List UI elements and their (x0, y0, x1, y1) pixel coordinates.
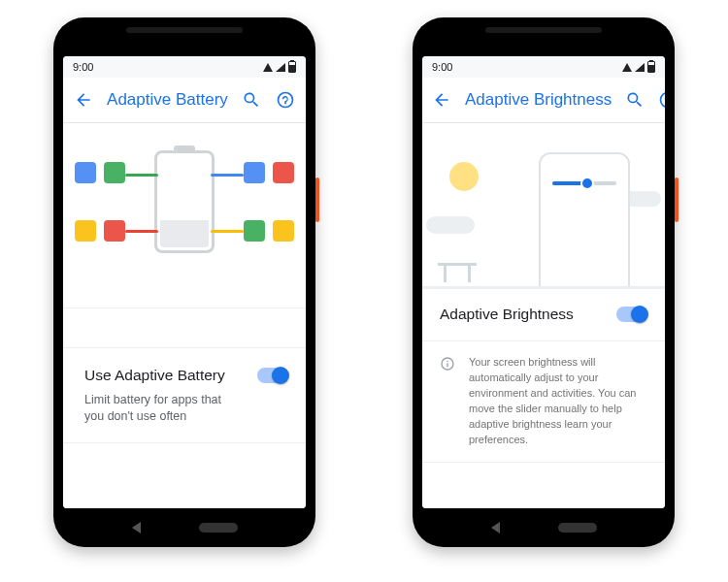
info-icon (440, 356, 455, 372)
app-tile (244, 220, 265, 242)
app-tile (273, 162, 294, 183)
page-title: Adaptive Brightness (465, 90, 612, 110)
search-icon (625, 90, 645, 110)
search-icon (242, 90, 261, 110)
status-indicators (263, 61, 296, 73)
device-frame-left: 9:00 Adaptive Battery (53, 17, 315, 547)
arrow-left-icon (74, 90, 93, 110)
nav-back-button[interactable] (491, 522, 500, 534)
nav-home-pill[interactable] (558, 523, 597, 533)
help-button[interactable] (658, 88, 665, 112)
app-tile (75, 162, 96, 183)
status-indicators (622, 61, 655, 73)
app-tile (75, 220, 96, 242)
status-bar: 9:00 (63, 56, 306, 78)
screen-left: 9:00 Adaptive Battery (63, 56, 306, 508)
power-button-accent (315, 178, 319, 222)
wifi-icon (263, 63, 273, 72)
status-clock: 9:00 (73, 61, 93, 73)
earpiece (126, 27, 243, 33)
search-button[interactable] (242, 88, 262, 112)
info-text: Your screen brightness will automaticall… (469, 355, 647, 448)
cloud-illustration (426, 216, 475, 234)
battery-icon (647, 61, 655, 73)
app-tile (104, 220, 125, 242)
nav-home-pill[interactable] (199, 523, 238, 533)
nav-back-button[interactable] (132, 522, 141, 534)
wire (211, 174, 244, 177)
wire (211, 230, 244, 233)
brightness-slider-illustration (552, 181, 616, 185)
nav-bar (53, 516, 315, 539)
content-filler (422, 463, 665, 508)
wire (125, 174, 158, 177)
help-icon (276, 90, 295, 110)
sun-illustration (449, 162, 479, 191)
phone-illustration (539, 152, 630, 289)
wifi-icon (622, 63, 632, 72)
screen-right: 9:00 Adaptive Brightness (422, 56, 665, 508)
signal-icon (276, 63, 285, 72)
hero-illustration-battery (63, 123, 306, 308)
back-button[interactable] (73, 88, 93, 112)
setting-label: Adaptive Brightness (440, 305, 603, 325)
setting-label: Use Adaptive Battery (84, 366, 244, 386)
toggle-adaptive-battery[interactable] (257, 368, 288, 383)
toggle-adaptive-brightness[interactable] (616, 307, 647, 322)
app-tile (104, 162, 125, 183)
battery-icon (288, 61, 296, 73)
status-clock: 9:00 (432, 61, 452, 73)
setting-row-adaptive-brightness[interactable]: Adaptive Brightness (422, 289, 665, 341)
ground-line (422, 286, 665, 288)
battery-illustration (154, 150, 215, 253)
help-icon (658, 90, 665, 110)
signal-icon (635, 63, 645, 72)
power-button-accent (675, 178, 678, 222)
wire (125, 230, 158, 233)
setting-row-adaptive-battery[interactable]: Use Adaptive Battery Limit battery for a… (63, 348, 306, 443)
device-frame-right: 9:00 Adaptive Brightness (413, 17, 675, 547)
arrow-left-icon (432, 90, 451, 110)
search-button[interactable] (625, 88, 645, 112)
hero-illustration-brightness (422, 123, 665, 289)
earpiece (485, 27, 602, 33)
back-button[interactable] (432, 88, 451, 112)
app-tile (273, 220, 294, 242)
app-tile (244, 162, 265, 183)
content-filler (63, 443, 306, 508)
setting-description: Limit battery for apps that you don't us… (84, 392, 244, 425)
app-bar: Adaptive Battery (63, 78, 306, 123)
info-row: Your screen brightness will automaticall… (422, 341, 665, 463)
nav-bar (413, 516, 675, 539)
status-bar: 9:00 (422, 56, 665, 78)
help-button[interactable] (276, 88, 296, 112)
app-bar: Adaptive Brightness (422, 78, 665, 123)
spacer (63, 308, 306, 348)
page-title: Adaptive Battery (107, 90, 228, 110)
bench-illustration (438, 263, 477, 282)
